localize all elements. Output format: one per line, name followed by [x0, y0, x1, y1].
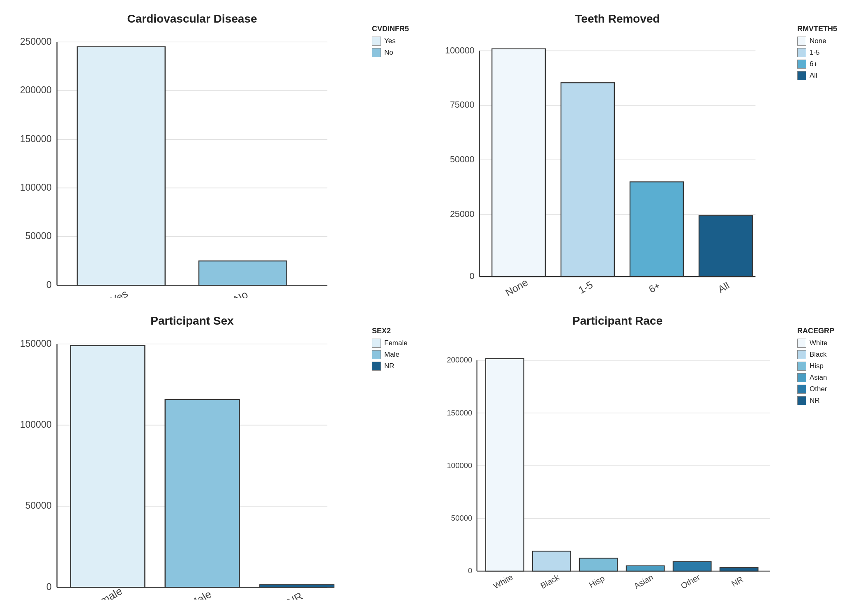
race-chart-area: Participant Race 0 50000 100000 150000 2…	[442, 314, 793, 600]
teeth-legend: RMVTETH5 None 1-5 6+ All	[793, 12, 847, 298]
svg-text:All: All	[716, 280, 731, 295]
legend-swatch-1-5	[797, 48, 806, 57]
svg-text:Black: Black	[539, 572, 561, 590]
bar-no	[199, 261, 287, 285]
legend-swatch-6plus	[797, 60, 806, 69]
legend-label-hisp: Hisp	[810, 362, 824, 370]
legend-item-white: White	[797, 339, 842, 348]
legend-swatch-white	[797, 339, 806, 348]
svg-text:50000: 50000	[450, 155, 475, 164]
legend-label-asian: Asian	[810, 374, 827, 382]
svg-text:100000: 100000	[20, 419, 52, 430]
cardiovascular-legend: CVDINFR5 Yes No	[368, 12, 421, 298]
bar-all	[699, 216, 752, 277]
legend-label-yes: Yes	[384, 37, 396, 45]
legend-label-white: White	[810, 339, 827, 347]
svg-text:250000: 250000	[20, 36, 52, 47]
legend-item-nr-race: NR	[797, 396, 842, 405]
legend-swatch-all	[797, 71, 806, 80]
legend-item-hisp: Hisp	[797, 362, 842, 371]
sex-svg: 0 50000 100000 150000 Female Male NR	[16, 332, 368, 600]
svg-text:25000: 25000	[450, 209, 475, 219]
sex-title: Participant Sex	[150, 314, 233, 328]
teeth-svg: 0 25000 50000 75000 100000 None 1-5	[442, 30, 793, 298]
race-title: Participant Race	[572, 314, 662, 328]
legend-item-6plus: 6+	[797, 60, 842, 69]
bar-nr	[260, 584, 334, 587]
bar-1-5	[561, 83, 614, 277]
svg-text:100000: 100000	[20, 182, 52, 193]
cardiovascular-svg: 0 50000 100000 150000 200000 250000 Yes …	[16, 30, 368, 298]
legend-swatch-no	[372, 48, 381, 57]
svg-text:75000: 75000	[450, 100, 475, 110]
bar-male	[165, 399, 240, 587]
teeth-legend-title: RMVTETH5	[797, 25, 842, 33]
svg-text:NR: NR	[285, 590, 305, 600]
legend-swatch-nr-sex	[372, 362, 381, 371]
legend-item-male: Male	[372, 350, 417, 359]
legend-label-none: None	[810, 37, 826, 45]
cardiovascular-legend-title: CVDINFR5	[372, 25, 417, 33]
bar-yes	[77, 47, 165, 285]
legend-swatch-other	[797, 385, 806, 394]
race-svg: 0 50000 100000 150000 200000	[442, 332, 793, 600]
svg-text:Other: Other	[679, 572, 701, 590]
legend-item-no: No	[372, 48, 417, 57]
svg-text:0: 0	[46, 581, 52, 592]
svg-text:0: 0	[46, 279, 52, 290]
legend-label-male: Male	[384, 351, 399, 359]
bar-none	[492, 49, 545, 277]
cardiovascular-chart-area: Cardiovascular Disease 0 50000 100000	[16, 12, 368, 298]
svg-text:6+: 6+	[647, 280, 662, 295]
legend-label-all: All	[810, 72, 817, 80]
svg-text:50000: 50000	[451, 514, 473, 522]
svg-text:50000: 50000	[25, 231, 52, 241]
sex-chart-area: Participant Sex 0 50000 100000 150000	[16, 314, 368, 600]
race-legend-title: RACEGRP	[797, 327, 842, 335]
svg-text:200000: 200000	[447, 355, 472, 364]
svg-text:50000: 50000	[25, 500, 52, 511]
legend-item-other: Other	[797, 385, 842, 394]
sex-legend-title: SEX2	[372, 327, 417, 335]
svg-text:0: 0	[470, 271, 475, 281]
bar-6plus	[630, 182, 683, 277]
legend-swatch-none	[797, 37, 806, 46]
svg-text:0: 0	[468, 566, 472, 575]
legend-swatch-asian	[797, 373, 806, 382]
legend-swatch-nr-race	[797, 396, 806, 405]
legend-label-nr-sex: NR	[384, 362, 395, 370]
svg-text:150000: 150000	[20, 338, 52, 348]
svg-text:Asian: Asian	[632, 572, 655, 591]
svg-text:150000: 150000	[447, 408, 472, 417]
bar-hisp	[579, 558, 618, 571]
svg-text:White: White	[491, 572, 514, 591]
race-legend: RACEGRP White Black Hisp Asian Other	[793, 314, 847, 600]
legend-item-yes: Yes	[372, 37, 417, 46]
legend-label-6plus: 6+	[810, 60, 817, 68]
legend-swatch-hisp	[797, 362, 806, 371]
svg-text:Hisp: Hisp	[587, 573, 606, 589]
teeth-panel: Teeth Removed 0 25000 50000 75000 100000	[434, 8, 855, 306]
svg-text:100000: 100000	[445, 46, 474, 55]
svg-text:No: No	[232, 288, 250, 298]
teeth-chart-area: Teeth Removed 0 25000 50000 75000 100000	[442, 12, 793, 298]
teeth-title: Teeth Removed	[575, 12, 660, 25]
legend-item-all: All	[797, 71, 842, 80]
bar-female	[71, 345, 145, 587]
legend-label-no: No	[384, 48, 393, 57]
svg-text:150000: 150000	[20, 134, 52, 144]
cardiovascular-panel: Cardiovascular Disease 0 50000 100000	[8, 8, 429, 306]
svg-text:NR: NR	[730, 574, 745, 588]
legend-swatch-female	[372, 339, 381, 348]
race-panel: Participant Race 0 50000 100000 150000 2…	[434, 310, 855, 608]
cardiovascular-title: Cardiovascular Disease	[127, 12, 257, 25]
legend-label-other: Other	[810, 385, 827, 393]
bar-nr-race	[720, 568, 758, 571]
bar-asian	[626, 565, 665, 571]
dashboard: Cardiovascular Disease 0 50000 100000	[0, 0, 863, 616]
svg-text:None: None	[503, 277, 530, 298]
bar-black	[533, 551, 571, 571]
legend-swatch-yes	[372, 37, 381, 46]
legend-label-black: Black	[810, 351, 827, 359]
legend-label-female: Female	[384, 339, 408, 347]
